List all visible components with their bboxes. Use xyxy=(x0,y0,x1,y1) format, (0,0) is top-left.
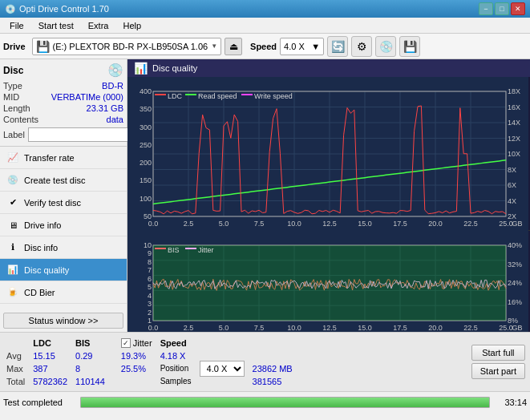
bottom-bar: Test completed 33:14 xyxy=(0,391,530,412)
sidebar-item-label: Transfer rate xyxy=(24,153,75,163)
disc-label-row: Label ✏ xyxy=(3,127,123,143)
avg-label: Avg xyxy=(6,350,31,361)
max-ldc: 387 xyxy=(33,363,74,374)
chart-top xyxy=(127,77,530,231)
bis-header: BIS xyxy=(75,338,90,348)
chart-bottom xyxy=(127,231,530,332)
stats-table: LDC BIS ✓ Jitter Speed Avg 15.15 0.29 19… xyxy=(5,336,301,389)
start-part-button[interactable]: Start part xyxy=(471,363,525,379)
speed-chevron-icon: ▼ xyxy=(311,42,320,51)
app-title: Opti Drive Control 1.70 xyxy=(19,4,109,14)
status-text: Test completed xyxy=(3,398,75,407)
max-bis: 8 xyxy=(75,363,111,374)
chart-header: 📊 Disc quality xyxy=(127,59,530,77)
disc-button[interactable]: 💿 xyxy=(375,36,396,57)
drive-selector[interactable]: 💾 (E:) PLEXTOR BD-R PX-LB950SA 1.06 ▼ xyxy=(32,38,222,55)
transfer-rate-icon: 📈 xyxy=(6,151,19,164)
total-samples: 381565 xyxy=(253,376,299,387)
sidebar-item-disc-quality[interactable]: 📊 Disc quality xyxy=(0,259,127,281)
progress-bar xyxy=(80,397,490,408)
avg-ldc: 15.15 xyxy=(33,350,74,361)
ldc-header: LDC xyxy=(33,338,51,348)
title-bar-left: 💿 Opti Drive Control 1.70 xyxy=(5,4,109,14)
status-window-button[interactable]: Status window >> xyxy=(3,313,123,329)
start-buttons: Start full Start part xyxy=(471,345,525,379)
label-label: Label xyxy=(3,130,25,139)
drive-icon: 💾 xyxy=(36,40,50,53)
title-bar-controls: − □ ✕ xyxy=(479,2,525,15)
disc-contents-row: Contents data xyxy=(3,115,123,124)
sidebar-item-label: Create test disc xyxy=(24,176,85,185)
close-button[interactable]: ✕ xyxy=(511,2,525,15)
samples-label: Samples xyxy=(160,376,198,387)
total-label: Total xyxy=(6,376,31,387)
position-label: Position xyxy=(160,363,198,374)
type-value: BD-R xyxy=(102,81,123,91)
contents-label: Contents xyxy=(3,115,38,124)
chart-title: Disc quality xyxy=(152,63,197,73)
disc-type-row: Type BD-R xyxy=(3,81,123,91)
sidebar-item-label: Drive info xyxy=(24,220,61,230)
sidebar-item-drive-info[interactable]: 🖥 Drive info xyxy=(0,214,127,236)
speed-label: Speed xyxy=(250,42,277,51)
sidebar-item-transfer-rate[interactable]: 📈 Transfer rate xyxy=(0,147,127,169)
disc-panel-icon: 💿 xyxy=(107,63,123,78)
speed-header: Speed xyxy=(160,338,187,348)
menu-file[interactable]: File xyxy=(3,19,30,32)
maximize-button[interactable]: □ xyxy=(495,2,509,15)
sidebar-item-cd-bier[interactable]: 🍺 CD Bier xyxy=(0,281,127,304)
total-ldc: 5782362 xyxy=(33,376,74,387)
eject-button[interactable]: ⏏ xyxy=(225,38,242,55)
sidebar-item-disc-info[interactable]: ℹ Disc info xyxy=(0,236,127,259)
drive-label: Drive xyxy=(3,42,26,51)
sidebar-item-fe-te[interactable]: 📉 FE / TE xyxy=(0,304,127,309)
create-test-disc-icon: 💿 xyxy=(6,174,19,187)
sidebar-item-create-test-disc[interactable]: 💿 Create test disc xyxy=(0,169,127,192)
time-text: 33:14 xyxy=(495,398,527,407)
sidebar-item-verify-test-disc[interactable]: ✔ Verify test disc xyxy=(0,192,127,214)
speed-selector[interactable]: 4.0 X ▼ xyxy=(280,38,324,55)
sidebar-item-label: Verify test disc xyxy=(24,198,81,208)
app-icon: 💿 xyxy=(5,4,16,14)
max-label: Max xyxy=(6,363,31,374)
toolbar: Drive 💾 (E:) PLEXTOR BD-R PX-LB950SA 1.0… xyxy=(0,34,530,59)
verify-test-disc-icon: ✔ xyxy=(6,196,19,209)
contents-value: data xyxy=(107,115,123,124)
menu-help[interactable]: Help xyxy=(116,19,148,32)
mid-value: VERBATIMe (000) xyxy=(51,92,123,102)
avg-bis: 0.29 xyxy=(75,350,111,361)
menu-extra[interactable]: Extra xyxy=(82,19,115,32)
drive-info-icon: 🖥 xyxy=(6,219,19,232)
drive-value: (E:) PLEXTOR BD-R PX-LB950SA 1.06 xyxy=(53,42,208,51)
sidebar-item-label: Disc info xyxy=(24,243,58,252)
chart-header-icon: 📊 xyxy=(134,62,148,75)
start-full-button[interactable]: Start full xyxy=(471,345,525,361)
refresh-button[interactable]: 🔄 xyxy=(327,36,348,57)
settings-button[interactable]: ⚙ xyxy=(351,36,372,57)
label-input[interactable] xyxy=(28,127,135,142)
sidebar-item-label: CD Bier xyxy=(24,288,55,297)
disc-panel: Disc 💿 Type BD-R MID VERBATIMe (000) Len… xyxy=(0,59,127,147)
sidebar: Disc 💿 Type BD-R MID VERBATIMe (000) Len… xyxy=(0,59,127,332)
disc-quality-icon: 📊 xyxy=(6,264,19,277)
stats-area: LDC BIS ✓ Jitter Speed Avg 15.15 0.29 19… xyxy=(0,332,530,391)
speed-value: 4.0 X xyxy=(284,42,305,51)
mid-label: MID xyxy=(3,92,19,102)
disc-mid-row: MID VERBATIMe (000) xyxy=(3,92,123,102)
jitter-label: Jitter xyxy=(133,338,152,348)
speed-dropdown[interactable]: 4.0 X xyxy=(200,361,245,377)
max-jitter: 25.5% xyxy=(113,363,159,374)
length-value: 23.31 GB xyxy=(87,103,123,113)
progress-bar-fill xyxy=(81,398,489,407)
jitter-checkbox[interactable]: ✓ xyxy=(121,338,131,348)
chevron-down-icon: ▼ xyxy=(211,42,217,50)
main-layout: Disc 💿 Type BD-R MID VERBATIMe (000) Len… xyxy=(0,59,530,332)
disc-header: Disc 💿 xyxy=(3,63,123,78)
save-button[interactable]: 💾 xyxy=(399,36,420,57)
nav-items: 📈 Transfer rate 💿 Create test disc ✔ Ver… xyxy=(0,147,127,309)
disc-length-row: Length 23.31 GB xyxy=(3,103,123,113)
minimize-button[interactable]: − xyxy=(479,2,493,15)
content-area: 📊 Disc quality xyxy=(127,59,530,332)
disc-title: Disc xyxy=(3,65,23,76)
menu-start-test[interactable]: Start test xyxy=(32,19,80,32)
